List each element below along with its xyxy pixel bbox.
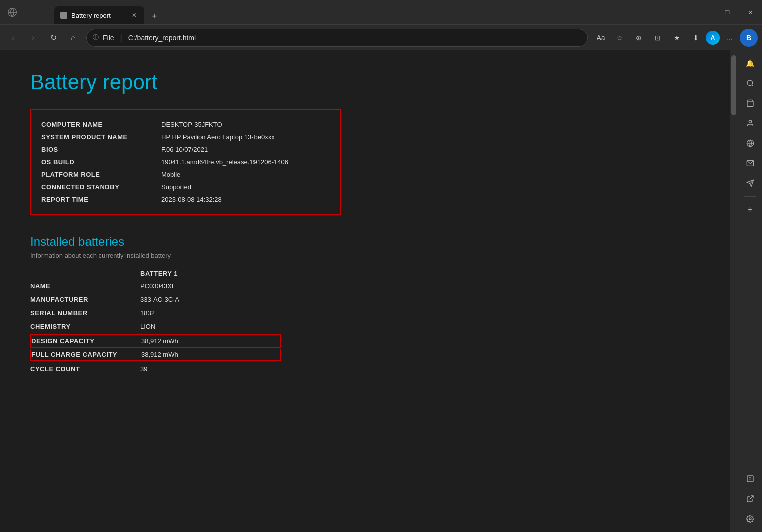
label-design-capacity: DESIGN CAPACITY bbox=[31, 337, 141, 345]
shopping-sidebar-icon[interactable] bbox=[741, 94, 759, 112]
toolbar-actions: Aa ☆ ⊕ ⊡ ★ ⬇ A ... B bbox=[592, 29, 758, 47]
table-row: BIOS F.06 10/07/2021 bbox=[41, 143, 330, 156]
titlebar-left: Battery report ✕ + bbox=[0, 0, 693, 24]
favorites-button[interactable]: ☆ bbox=[611, 29, 629, 47]
reading-list-sidebar-icon[interactable] bbox=[741, 470, 759, 488]
file-label: File bbox=[103, 34, 114, 42]
settings-sidebar-icon[interactable] bbox=[741, 510, 759, 528]
search-sidebar-icon[interactable] bbox=[741, 74, 759, 92]
notifications-sidebar-icon[interactable]: 🔔 bbox=[741, 54, 759, 72]
active-tab[interactable]: Battery report ✕ bbox=[54, 6, 144, 24]
section-title-batteries: Installed batteries bbox=[30, 235, 700, 249]
extensions-button[interactable]: ⊕ bbox=[630, 29, 648, 47]
page-title: Battery report bbox=[30, 70, 700, 94]
highlighted-row-design-capacity: DESIGN CAPACITY 38,912 mWh bbox=[30, 334, 281, 348]
table-row: CYCLE COUNT 39 bbox=[30, 362, 281, 376]
right-sidebar: 🔔 bbox=[738, 50, 762, 532]
main-container: Battery report COMPUTER NAME DESKTOP-35J… bbox=[0, 50, 762, 532]
value-computer-name: DESKTOP-35JFKTO bbox=[161, 121, 222, 128]
value-cycle-count: 39 bbox=[140, 365, 220, 373]
split-view-button[interactable]: ⊡ bbox=[649, 29, 667, 47]
profile-avatar[interactable]: A bbox=[706, 31, 720, 45]
system-info-table: COMPUTER NAME DESKTOP-35JFKTO SYSTEM PRO… bbox=[30, 109, 341, 215]
new-tab-button[interactable]: + bbox=[146, 8, 162, 24]
value-full-charge: 38,912 mWh bbox=[141, 351, 221, 358]
download-button[interactable]: ⬇ bbox=[687, 29, 705, 47]
svg-line-11 bbox=[749, 496, 753, 499]
back-button[interactable]: ‹ bbox=[4, 29, 22, 47]
addressbar: ‹ › ↻ ⌂ ⓘ File | C:/battery_report.html … bbox=[0, 24, 762, 50]
value-bios: F.06 10/07/2021 bbox=[161, 146, 208, 153]
table-row: OS BUILD 19041.1.amd64fre.vb_release.191… bbox=[41, 156, 330, 168]
table-row: NAME PC03043XL bbox=[30, 279, 281, 293]
svg-point-1 bbox=[747, 80, 753, 86]
label-bios: BIOS bbox=[41, 146, 131, 153]
header-spacer bbox=[30, 270, 140, 277]
label-full-charge: FULL CHARGE CAPACITY bbox=[31, 351, 141, 358]
tab-close-button[interactable]: ✕ bbox=[130, 11, 138, 19]
maximize-button[interactable]: ❐ bbox=[716, 0, 739, 24]
value-manufacturer: 333-AC-3C-A bbox=[140, 296, 220, 303]
browser-viewport: Battery report COMPUTER NAME DESKTOP-35J… bbox=[0, 50, 730, 532]
label-manufacturer: MANUFACTURER bbox=[30, 296, 140, 303]
label-os-build: OS BUILD bbox=[41, 158, 131, 166]
value-connected-standby: Supported bbox=[161, 183, 191, 191]
add-sidebar-button[interactable]: + bbox=[741, 201, 759, 219]
scrollbar[interactable] bbox=[730, 50, 738, 532]
label-computer-name: COMPUTER NAME bbox=[41, 121, 131, 128]
more-button[interactable]: ... bbox=[721, 29, 739, 47]
label-name: NAME bbox=[30, 282, 140, 290]
minimize-button[interactable]: — bbox=[693, 0, 716, 24]
battery-table: BATTERY 1 NAME PC03043XL MANUFACTURER 33… bbox=[30, 270, 281, 376]
bing-button[interactable]: B bbox=[740, 29, 758, 47]
window-controls: — ❐ ✕ bbox=[693, 0, 762, 24]
battery-column-header: BATTERY 1 bbox=[140, 270, 220, 277]
address-bar[interactable]: ⓘ File | C:/battery_report.html bbox=[86, 29, 588, 47]
plane-sidebar-icon[interactable] bbox=[741, 174, 759, 192]
table-row: MANUFACTURER 333-AC-3C-A bbox=[30, 293, 281, 306]
tab-favicon-icon bbox=[60, 12, 67, 19]
label-system-product: SYSTEM PRODUCT NAME bbox=[41, 133, 131, 141]
value-system-product: HP HP Pavilion Aero Laptop 13-be0xxx bbox=[161, 133, 275, 141]
svg-point-4 bbox=[749, 120, 751, 123]
label-connected-standby: CONNECTED STANDBY bbox=[41, 183, 131, 191]
home-button[interactable]: ⌂ bbox=[64, 29, 82, 47]
table-row: SERIAL NUMBER 1832 bbox=[30, 306, 281, 320]
label-platform-role: PLATFORM ROLE bbox=[41, 171, 131, 178]
value-serial-number: 1832 bbox=[140, 309, 220, 317]
address-text: C:/battery_report.html bbox=[128, 34, 581, 42]
value-os-build: 19041.1.amd64fre.vb_release.191206-1406 bbox=[161, 158, 288, 166]
label-cycle-count: CYCLE COUNT bbox=[30, 365, 140, 373]
svg-line-2 bbox=[752, 85, 753, 86]
section-desc-batteries: Information about each currently install… bbox=[30, 252, 700, 259]
svg-point-12 bbox=[749, 518, 751, 520]
highlighted-row-full-charge: FULL CHARGE CAPACITY 38,912 mWh bbox=[30, 349, 281, 361]
outlook-sidebar-icon[interactable] bbox=[741, 154, 759, 172]
label-report-time: REPORT TIME bbox=[41, 196, 131, 203]
table-row: SYSTEM PRODUCT NAME HP HP Pavilion Aero … bbox=[41, 131, 330, 143]
table-row: REPORT TIME 2023-08-08 14:32:28 bbox=[41, 193, 330, 206]
add-favorites-button[interactable]: ★ bbox=[668, 29, 686, 47]
refresh-button[interactable]: ↻ bbox=[44, 29, 62, 47]
close-button[interactable]: ✕ bbox=[739, 0, 762, 24]
read-aloud-button[interactable]: Aa bbox=[592, 29, 610, 47]
external-link-sidebar-icon[interactable] bbox=[741, 490, 759, 508]
scrollbar-thumb[interactable] bbox=[731, 55, 736, 115]
table-row: PLATFORM ROLE Mobile bbox=[41, 168, 330, 181]
label-chemistry: CHEMISTRY bbox=[30, 323, 140, 330]
label-serial-number: SERIAL NUMBER bbox=[30, 309, 140, 317]
globe-sidebar-icon[interactable] bbox=[741, 134, 759, 152]
battery-header-row: BATTERY 1 bbox=[30, 270, 281, 279]
browser-logo-icon bbox=[7, 7, 17, 17]
value-name: PC03043XL bbox=[140, 282, 220, 290]
forward-button[interactable]: › bbox=[24, 29, 42, 47]
table-row: CHEMISTRY LION bbox=[30, 320, 281, 333]
address-separator: | bbox=[120, 33, 122, 42]
value-design-capacity: 38,912 mWh bbox=[141, 337, 221, 345]
profile-sidebar-icon[interactable] bbox=[741, 114, 759, 132]
info-icon: ⓘ bbox=[93, 33, 99, 42]
value-report-time: 2023-08-08 14:32:28 bbox=[161, 196, 222, 203]
titlebar: Battery report ✕ + — ❐ ✕ bbox=[0, 0, 762, 24]
table-row: COMPUTER NAME DESKTOP-35JFKTO bbox=[41, 118, 330, 131]
value-chemistry: LION bbox=[140, 323, 220, 330]
